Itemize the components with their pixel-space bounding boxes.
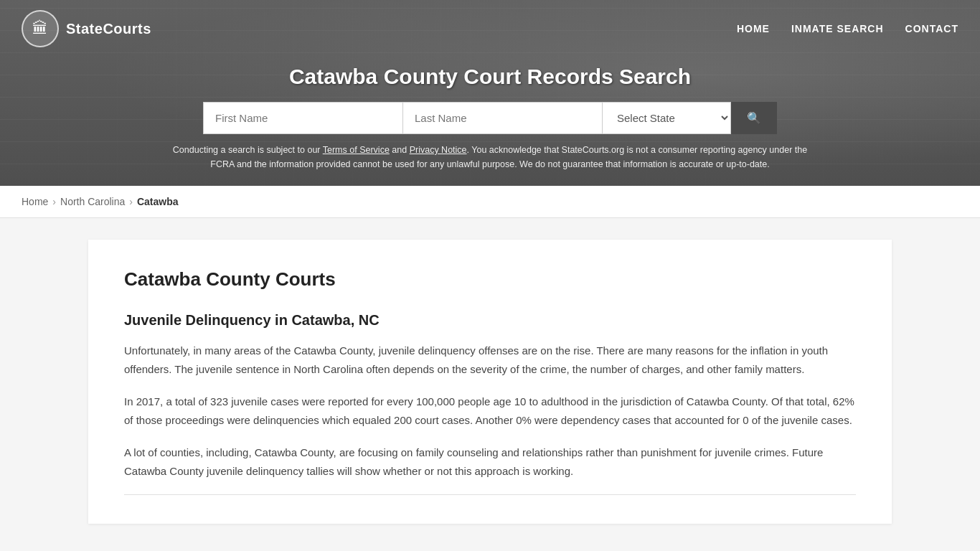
privacy-link[interactable]: Privacy Notice [410,145,467,155]
nav-inmate-search[interactable]: INMATE SEARCH [791,23,884,34]
search-button[interactable]: 🔍 [731,102,777,134]
site-header: 🏛 StateCourts HOME INMATE SEARCH CONTACT… [0,0,980,186]
terms-link[interactable]: Terms of Service [323,145,390,155]
breadcrumb-current: Catawba [137,196,179,207]
logo-link[interactable]: 🏛 StateCourts [22,10,151,47]
breadcrumb-sep-1: › [52,196,56,207]
search-section: Catawba County Court Records Search Sele… [0,57,980,186]
search-bar: Select StateAlabamaAlaskaArizonaArkansas… [203,102,777,134]
main-content: Catawba County Courts Juvenile Delinquen… [74,240,906,524]
content-card: Catawba County Courts Juvenile Delinquen… [88,240,892,524]
state-select[interactable]: Select StateAlabamaAlaskaArizonaArkansas… [602,102,731,134]
section-divider [124,494,856,495]
search-title: Catawba County Court Records Search [14,65,966,89]
top-nav: 🏛 StateCourts HOME INMATE SEARCH CONTACT [0,0,980,57]
breadcrumb: Home › North Carolina › Catawba [0,186,980,218]
logo-icon: 🏛 [22,10,59,47]
last-name-input[interactable] [402,102,602,134]
section1-para3: A lot of counties, including, Catawba Co… [124,443,856,480]
breadcrumb-home[interactable]: Home [22,196,48,207]
section1-para1: Unfortunately, in many areas of the Cata… [124,342,856,378]
nav-home[interactable]: HOME [737,23,770,34]
breadcrumb-state[interactable]: North Carolina [60,196,125,207]
disclaimer-text: Conducting a search is subject to our Te… [167,143,813,171]
nav-contact[interactable]: CONTACT [905,23,958,34]
breadcrumb-sep-2: › [129,196,133,207]
page-heading: Catawba County Courts [124,268,856,291]
logo-text: StateCourts [66,21,151,37]
nav-links: HOME INMATE SEARCH CONTACT [737,23,958,34]
section1-heading: Juvenile Delinquency in Catawba, NC [124,312,856,329]
first-name-input[interactable] [203,102,402,134]
section1-para2: In 2017, a total of 323 juvenile cases w… [124,392,856,429]
